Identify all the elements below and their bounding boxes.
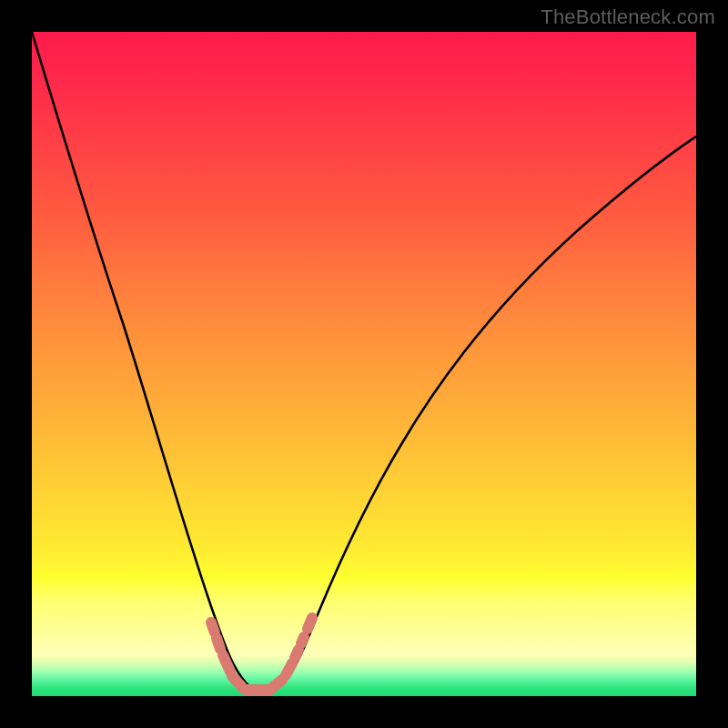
marker-group (211, 618, 312, 690)
chart-svg (32, 32, 696, 696)
marker-dot (211, 622, 215, 632)
bottleneck-curve-path (32, 32, 696, 691)
marker-dot (286, 663, 292, 675)
plot-area (32, 32, 696, 696)
marker-dot (217, 638, 220, 649)
outer-frame: TheBottleneck.com (0, 0, 728, 728)
watermark-text: TheBottleneck.com (541, 5, 715, 29)
marker-dot (295, 650, 298, 658)
marker-dot (308, 618, 312, 629)
marker-dot (272, 680, 282, 688)
marker-dot (223, 655, 230, 672)
marker-dot (301, 637, 304, 643)
